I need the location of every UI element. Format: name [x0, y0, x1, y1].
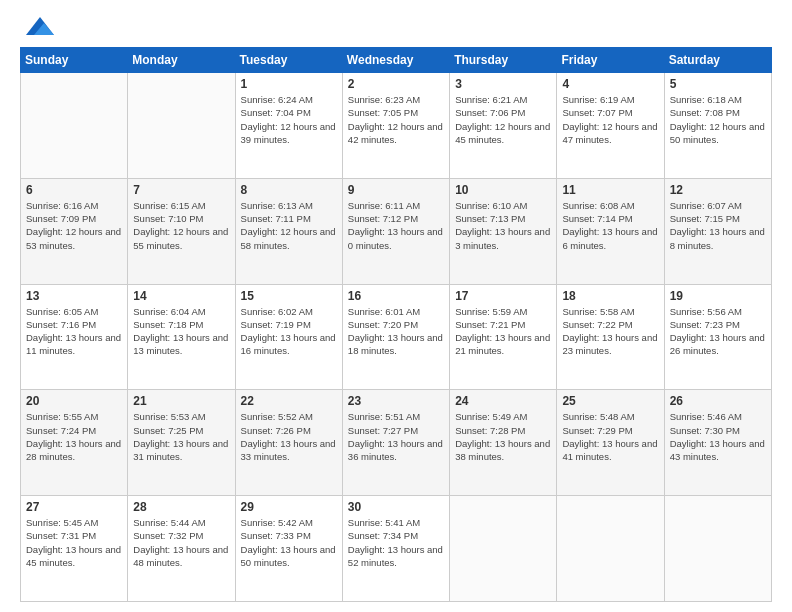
day-info: Sunrise: 5:49 AM Sunset: 7:28 PM Dayligh… [455, 410, 551, 463]
day-number: 19 [670, 289, 766, 303]
day-number: 1 [241, 77, 337, 91]
calendar-cell: 1Sunrise: 6:24 AM Sunset: 7:04 PM Daylig… [235, 73, 342, 179]
calendar-cell: 21Sunrise: 5:53 AM Sunset: 7:25 PM Dayli… [128, 390, 235, 496]
calendar-cell: 6Sunrise: 6:16 AM Sunset: 7:09 PM Daylig… [21, 178, 128, 284]
day-info: Sunrise: 5:42 AM Sunset: 7:33 PM Dayligh… [241, 516, 337, 569]
calendar-cell: 28Sunrise: 5:44 AM Sunset: 7:32 PM Dayli… [128, 496, 235, 602]
weekday-header-friday: Friday [557, 48, 664, 73]
calendar-cell: 27Sunrise: 5:45 AM Sunset: 7:31 PM Dayli… [21, 496, 128, 602]
day-info: Sunrise: 6:13 AM Sunset: 7:11 PM Dayligh… [241, 199, 337, 252]
day-info: Sunrise: 5:44 AM Sunset: 7:32 PM Dayligh… [133, 516, 229, 569]
calendar-cell: 7Sunrise: 6:15 AM Sunset: 7:10 PM Daylig… [128, 178, 235, 284]
day-number: 23 [348, 394, 444, 408]
calendar-row-0: 1Sunrise: 6:24 AM Sunset: 7:04 PM Daylig… [21, 73, 772, 179]
day-number: 6 [26, 183, 122, 197]
day-number: 24 [455, 394, 551, 408]
day-info: Sunrise: 6:07 AM Sunset: 7:15 PM Dayligh… [670, 199, 766, 252]
day-number: 8 [241, 183, 337, 197]
day-info: Sunrise: 5:48 AM Sunset: 7:29 PM Dayligh… [562, 410, 658, 463]
day-info: Sunrise: 5:58 AM Sunset: 7:22 PM Dayligh… [562, 305, 658, 358]
calendar-row-3: 20Sunrise: 5:55 AM Sunset: 7:24 PM Dayli… [21, 390, 772, 496]
calendar-cell: 24Sunrise: 5:49 AM Sunset: 7:28 PM Dayli… [450, 390, 557, 496]
calendar-row-4: 27Sunrise: 5:45 AM Sunset: 7:31 PM Dayli… [21, 496, 772, 602]
weekday-header-monday: Monday [128, 48, 235, 73]
day-number: 15 [241, 289, 337, 303]
weekday-header-thursday: Thursday [450, 48, 557, 73]
day-info: Sunrise: 6:18 AM Sunset: 7:08 PM Dayligh… [670, 93, 766, 146]
calendar-cell: 17Sunrise: 5:59 AM Sunset: 7:21 PM Dayli… [450, 284, 557, 390]
day-info: Sunrise: 5:56 AM Sunset: 7:23 PM Dayligh… [670, 305, 766, 358]
day-number: 27 [26, 500, 122, 514]
day-number: 22 [241, 394, 337, 408]
day-number: 25 [562, 394, 658, 408]
day-info: Sunrise: 5:51 AM Sunset: 7:27 PM Dayligh… [348, 410, 444, 463]
weekday-header-wednesday: Wednesday [342, 48, 449, 73]
day-info: Sunrise: 6:05 AM Sunset: 7:16 PM Dayligh… [26, 305, 122, 358]
calendar-cell: 26Sunrise: 5:46 AM Sunset: 7:30 PM Dayli… [664, 390, 771, 496]
day-info: Sunrise: 5:59 AM Sunset: 7:21 PM Dayligh… [455, 305, 551, 358]
calendar-cell: 16Sunrise: 6:01 AM Sunset: 7:20 PM Dayli… [342, 284, 449, 390]
calendar-row-2: 13Sunrise: 6:05 AM Sunset: 7:16 PM Dayli… [21, 284, 772, 390]
day-number: 5 [670, 77, 766, 91]
day-number: 4 [562, 77, 658, 91]
day-number: 20 [26, 394, 122, 408]
calendar-cell: 14Sunrise: 6:04 AM Sunset: 7:18 PM Dayli… [128, 284, 235, 390]
day-info: Sunrise: 6:04 AM Sunset: 7:18 PM Dayligh… [133, 305, 229, 358]
day-info: Sunrise: 6:08 AM Sunset: 7:14 PM Dayligh… [562, 199, 658, 252]
day-number: 28 [133, 500, 229, 514]
day-number: 17 [455, 289, 551, 303]
day-number: 3 [455, 77, 551, 91]
calendar-cell: 18Sunrise: 5:58 AM Sunset: 7:22 PM Dayli… [557, 284, 664, 390]
calendar-cell: 11Sunrise: 6:08 AM Sunset: 7:14 PM Dayli… [557, 178, 664, 284]
day-info: Sunrise: 5:52 AM Sunset: 7:26 PM Dayligh… [241, 410, 337, 463]
calendar-cell [128, 73, 235, 179]
day-number: 29 [241, 500, 337, 514]
day-number: 13 [26, 289, 122, 303]
day-number: 7 [133, 183, 229, 197]
day-number: 14 [133, 289, 229, 303]
weekday-header-tuesday: Tuesday [235, 48, 342, 73]
day-number: 26 [670, 394, 766, 408]
day-info: Sunrise: 5:46 AM Sunset: 7:30 PM Dayligh… [670, 410, 766, 463]
calendar-cell [21, 73, 128, 179]
calendar-cell: 19Sunrise: 5:56 AM Sunset: 7:23 PM Dayli… [664, 284, 771, 390]
day-number: 21 [133, 394, 229, 408]
calendar-cell: 20Sunrise: 5:55 AM Sunset: 7:24 PM Dayli… [21, 390, 128, 496]
calendar-cell [450, 496, 557, 602]
calendar-cell [557, 496, 664, 602]
calendar-cell: 25Sunrise: 5:48 AM Sunset: 7:29 PM Dayli… [557, 390, 664, 496]
calendar-cell: 5Sunrise: 6:18 AM Sunset: 7:08 PM Daylig… [664, 73, 771, 179]
day-info: Sunrise: 6:10 AM Sunset: 7:13 PM Dayligh… [455, 199, 551, 252]
calendar-cell: 30Sunrise: 5:41 AM Sunset: 7:34 PM Dayli… [342, 496, 449, 602]
page: SundayMondayTuesdayWednesdayThursdayFrid… [0, 0, 792, 612]
day-info: Sunrise: 6:23 AM Sunset: 7:05 PM Dayligh… [348, 93, 444, 146]
logo-icon [26, 15, 54, 37]
day-info: Sunrise: 6:19 AM Sunset: 7:07 PM Dayligh… [562, 93, 658, 146]
weekday-header-saturday: Saturday [664, 48, 771, 73]
calendar-cell: 2Sunrise: 6:23 AM Sunset: 7:05 PM Daylig… [342, 73, 449, 179]
calendar-cell: 22Sunrise: 5:52 AM Sunset: 7:26 PM Dayli… [235, 390, 342, 496]
day-number: 30 [348, 500, 444, 514]
day-info: Sunrise: 6:11 AM Sunset: 7:12 PM Dayligh… [348, 199, 444, 252]
day-number: 11 [562, 183, 658, 197]
day-number: 16 [348, 289, 444, 303]
day-info: Sunrise: 6:24 AM Sunset: 7:04 PM Dayligh… [241, 93, 337, 146]
day-info: Sunrise: 6:01 AM Sunset: 7:20 PM Dayligh… [348, 305, 444, 358]
calendar-table: SundayMondayTuesdayWednesdayThursdayFrid… [20, 47, 772, 602]
day-number: 12 [670, 183, 766, 197]
header [20, 15, 772, 37]
calendar-cell: 29Sunrise: 5:42 AM Sunset: 7:33 PM Dayli… [235, 496, 342, 602]
calendar-cell: 4Sunrise: 6:19 AM Sunset: 7:07 PM Daylig… [557, 73, 664, 179]
day-info: Sunrise: 5:41 AM Sunset: 7:34 PM Dayligh… [348, 516, 444, 569]
calendar-cell: 23Sunrise: 5:51 AM Sunset: 7:27 PM Dayli… [342, 390, 449, 496]
day-info: Sunrise: 5:53 AM Sunset: 7:25 PM Dayligh… [133, 410, 229, 463]
day-number: 10 [455, 183, 551, 197]
weekday-header-row: SundayMondayTuesdayWednesdayThursdayFrid… [21, 48, 772, 73]
day-info: Sunrise: 5:45 AM Sunset: 7:31 PM Dayligh… [26, 516, 122, 569]
weekday-header-sunday: Sunday [21, 48, 128, 73]
day-number: 2 [348, 77, 444, 91]
calendar-cell: 12Sunrise: 6:07 AM Sunset: 7:15 PM Dayli… [664, 178, 771, 284]
calendar-cell [664, 496, 771, 602]
day-number: 9 [348, 183, 444, 197]
calendar-cell: 9Sunrise: 6:11 AM Sunset: 7:12 PM Daylig… [342, 178, 449, 284]
